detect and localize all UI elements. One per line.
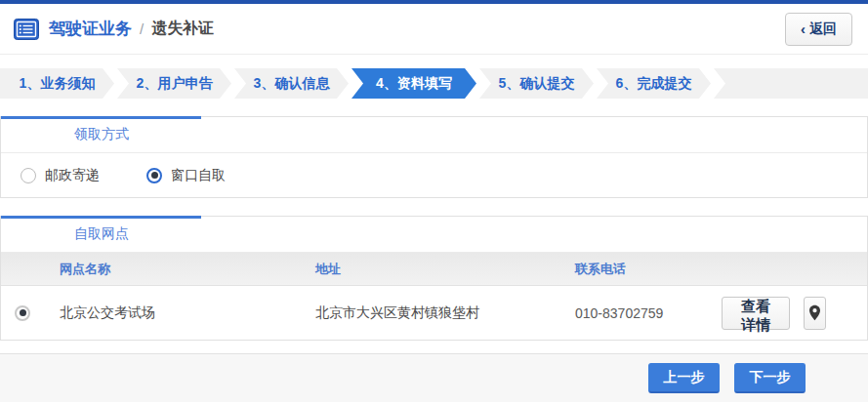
footer-action-bar: 上一步 下一步: [0, 353, 868, 402]
radio-postal-icon[interactable]: [21, 168, 36, 183]
location-table-row[interactable]: 北京公交考试场 北京市大兴区黄村镇狼垡村 010-83702759 查看详情: [1, 286, 867, 340]
list-form-icon: [14, 19, 39, 40]
chevron-left-icon: ‹: [801, 21, 806, 36]
step-wizard: 1、业务须知 2、用户申告 3、确认信息 4、资料填写 5、确认提交 6、完成提…: [0, 68, 868, 99]
page-title-business: 驾驶证业务: [49, 18, 132, 40]
step-3-confirm-info[interactable]: 3、确认信息: [234, 68, 349, 99]
page-title-service: 遗失补证: [151, 19, 214, 39]
radio-postal-label: 邮政寄递: [45, 167, 100, 184]
pickup-locations-title: 自取网点: [74, 225, 129, 243]
step-5-confirm-submit[interactable]: 5、确认提交: [479, 68, 594, 99]
column-header-address: 地址: [315, 261, 575, 278]
radio-location-selected[interactable]: [15, 305, 30, 321]
pickup-locations-header: 自取网点: [1, 217, 867, 253]
map-location-button[interactable]: [804, 297, 826, 330]
pickup-method-header: 领取方式: [1, 117, 867, 153]
back-button[interactable]: ‹ 返回: [785, 13, 852, 46]
location-address: 北京市大兴区黄村镇狼垡村: [315, 304, 575, 322]
title-separator: /: [140, 20, 144, 37]
radio-option-postal[interactable]: 邮政寄递: [21, 167, 100, 184]
pickup-method-section: 领取方式 邮政寄递 窗口自取: [0, 116, 868, 198]
column-header-phone: 联系电话: [575, 261, 722, 278]
pickup-locations-section: 自取网点 网点名称 地址 联系电话 北京公交考试场 北京市大兴区黄村镇狼垡村 0…: [0, 216, 868, 341]
previous-step-button[interactable]: 上一步: [648, 363, 720, 393]
location-pin-icon: [808, 304, 821, 321]
next-step-button[interactable]: 下一步: [734, 363, 806, 393]
back-button-label: 返回: [809, 20, 837, 38]
radio-window-pickup-icon[interactable]: [146, 168, 162, 183]
step-1-business-notice[interactable]: 1、业务须知: [0, 68, 114, 99]
step-wizard-tail: [714, 68, 868, 99]
step-2-user-declaration[interactable]: 2、用户申告: [117, 68, 231, 99]
step-4-fill-data-active[interactable]: 4、资料填写: [351, 68, 476, 99]
location-phone: 010-83702759: [575, 305, 722, 321]
step-6-complete-submit[interactable]: 6、完成提交: [597, 68, 711, 99]
location-name: 北京公交考试场: [60, 304, 315, 322]
pickup-method-title: 领取方式: [74, 126, 129, 143]
radio-window-pickup-label: 窗口自取: [171, 167, 226, 184]
view-details-button[interactable]: 查看详情: [722, 297, 790, 330]
pickup-method-options: 邮政寄递 窗口自取: [1, 153, 867, 197]
radio-option-window-pickup[interactable]: 窗口自取: [146, 167, 226, 184]
locations-table-header: 网点名称 地址 联系电话: [1, 253, 867, 286]
page-header: 驾驶证业务 / 遗失补证 ‹ 返回: [0, 4, 868, 55]
column-header-name: 网点名称: [60, 261, 315, 278]
